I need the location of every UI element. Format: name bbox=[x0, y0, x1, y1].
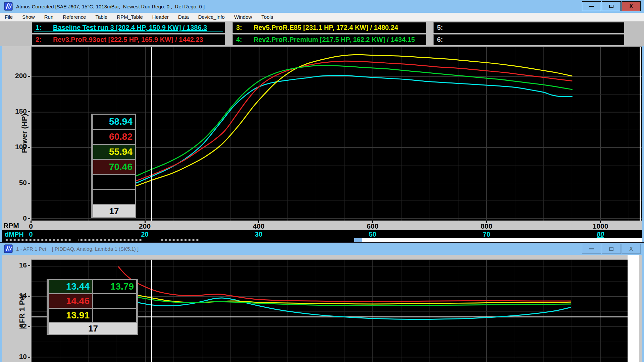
close-button[interactable]: X bbox=[622, 1, 641, 11]
y-tick-50: 50 bbox=[19, 179, 27, 187]
dmph-tick-50: 50 bbox=[369, 231, 376, 238]
legend-run-number: 6: bbox=[437, 36, 454, 44]
rpm-tick-600: 600 bbox=[367, 222, 378, 230]
legend-run-1[interactable]: 1:Baseline Test run 3 [202.4 HP, 150.9 K… bbox=[32, 22, 225, 33]
afr-window-right-edge bbox=[639, 255, 642, 362]
y-tick-16: 16 bbox=[19, 261, 27, 269]
power-chart-right-scrollbar[interactable] bbox=[640, 47, 641, 221]
cursor-index: 17 bbox=[49, 323, 137, 334]
legend-run-6[interactable]: 6: bbox=[433, 34, 624, 45]
afr-cursor-grid: 13.4413.7914.4613.91 bbox=[49, 280, 137, 323]
dmph-tick-70: 70 bbox=[483, 231, 490, 238]
y-tick-mark bbox=[28, 76, 30, 77]
legend-run-label: Rev5.ProR.E85 [231.1 HP, 172.4 KW] / 148… bbox=[254, 24, 398, 32]
run-legend: 1:Baseline Test run 3 [202.4 HP, 150.9 K… bbox=[0, 21, 644, 46]
rpm-axis: RPM 02004006008001000 bbox=[2, 221, 642, 230]
y-tick-150: 150 bbox=[15, 107, 27, 115]
window1-title: Atmos Corrected [SAE J607, 15°C, 1013mBa… bbox=[16, 4, 205, 9]
y-tick-mark bbox=[28, 326, 30, 327]
cursor-value-row: 13.44 bbox=[49, 280, 92, 293]
dmph-tick-20: 20 bbox=[141, 231, 148, 238]
menu-item-show[interactable]: Show bbox=[17, 13, 40, 21]
legend-run-label: Rev2.ProR.Premium [217.5 HP, 162.2 KW] /… bbox=[254, 36, 415, 44]
app-icon bbox=[4, 2, 13, 11]
menu-bar: FileShowRunReferenceTableRPM_TableHeader… bbox=[0, 13, 644, 21]
maximize-button[interactable] bbox=[602, 1, 621, 11]
legend-run-number: 4: bbox=[236, 36, 254, 44]
menu-item-device_info[interactable]: Device_Info bbox=[194, 13, 229, 21]
legend-run-label: Rev3.ProR.93oct [222.5 HP, 165.9 KW] / 1… bbox=[53, 36, 203, 44]
window2-title: 1 - AFR 1 Pet [ PIDDAQ, Analog, Lambda 1… bbox=[16, 246, 139, 252]
dmph-tick-0: 0 bbox=[29, 231, 33, 238]
close-icon: X bbox=[629, 4, 633, 9]
menu-item-window[interactable]: Window bbox=[229, 13, 257, 21]
minimize-icon bbox=[589, 6, 594, 7]
close-icon: X bbox=[629, 246, 633, 252]
cursor-value-row: 58.94 bbox=[93, 115, 135, 129]
afr-axis-gutter: AFR 1 Pet 16141210 bbox=[2, 259, 31, 362]
y-tick-mark bbox=[28, 218, 30, 219]
y-tick-10: 10 bbox=[19, 353, 27, 361]
afr-chart-right-scrollbar[interactable] bbox=[628, 255, 639, 362]
legend-run-2[interactable]: 2:Rev3.ProR.93oct [222.5 HP, 165.9 KW] /… bbox=[32, 34, 225, 45]
power-axis-gutter: Power (HP) 200150100500 bbox=[2, 46, 31, 221]
menu-item-tools[interactable]: Tools bbox=[257, 13, 278, 21]
rpm-axis-label: RPM bbox=[3, 222, 19, 230]
legend-run-number: 1: bbox=[36, 24, 53, 32]
cursor-index: 17 bbox=[93, 205, 135, 217]
minimized-titles-decoration bbox=[160, 239, 200, 241]
minimized-titles-decoration bbox=[5, 239, 72, 241]
cursor-value-row: 14.46 bbox=[49, 294, 92, 308]
afr-chart-plot[interactable]: 13.4413.7914.4613.9117 bbox=[31, 259, 628, 362]
scrollbar-track[interactable] bbox=[362, 238, 642, 242]
minimize-icon bbox=[589, 248, 594, 249]
dyno-power-window: Atmos Corrected [SAE J607, 15°C, 1013mBa… bbox=[0, 0, 644, 242]
afr-window-margin bbox=[2, 255, 642, 259]
cursor-value-row bbox=[93, 309, 136, 322]
legend-run-4[interactable]: 4:Rev2.ProR.Premium [217.5 HP, 162.2 KW]… bbox=[232, 34, 426, 45]
menu-item-rpm_table[interactable]: RPM_Table bbox=[112, 13, 148, 21]
maximize-icon bbox=[609, 247, 613, 251]
dmph-tick-30: 30 bbox=[255, 231, 262, 238]
dmph-tick-80: 80 bbox=[597, 231, 604, 238]
y-tick-mark bbox=[28, 183, 30, 184]
y-tick-12: 12 bbox=[19, 322, 27, 330]
legend-run-3[interactable]: 3:Rev5.ProR.E85 [231.1 HP, 172.4 KW] / 1… bbox=[232, 22, 426, 33]
y-tick-mark bbox=[28, 265, 30, 266]
cursor-value-row: 13.79 bbox=[93, 280, 136, 293]
menu-item-file[interactable]: File bbox=[0, 13, 17, 21]
scrollbar-handle[interactable] bbox=[354, 238, 362, 242]
legend-run-number: 2: bbox=[36, 36, 53, 44]
minimize-button[interactable] bbox=[582, 244, 601, 254]
y-tick-mark bbox=[28, 111, 30, 112]
menu-item-table[interactable]: Table bbox=[91, 13, 112, 21]
menu-item-header[interactable]: Header bbox=[148, 13, 173, 21]
menu-item-reference[interactable]: Reference bbox=[58, 13, 91, 21]
power-chart-plot[interactable]: 58.9460.8255.9470.4617 bbox=[31, 46, 642, 221]
dmph-axis-label: dMPH bbox=[5, 231, 24, 238]
dmph-axis: dMPH 02030507080 bbox=[2, 230, 642, 238]
cursor-value-row: 70.46 bbox=[93, 160, 135, 174]
window2-titlebar[interactable]: 1 - AFR 1 Pet [ PIDDAQ, Analog, Lambda 1… bbox=[0, 243, 644, 255]
afr-cursor-readout: 13.4413.7914.4613.9117 bbox=[47, 279, 138, 335]
legend-run-5[interactable]: 5: bbox=[433, 22, 624, 33]
rpm-tick-0: 0 bbox=[29, 222, 33, 230]
rpm-tick-200: 200 bbox=[139, 222, 151, 230]
minimized-titles-decoration bbox=[78, 239, 142, 241]
y-tick-14: 14 bbox=[19, 292, 27, 300]
menu-item-run[interactable]: Run bbox=[40, 13, 58, 21]
bottom-scroll-strip[interactable] bbox=[2, 238, 642, 242]
window2-controls: X bbox=[582, 244, 641, 254]
maximize-button[interactable] bbox=[602, 244, 621, 254]
y-tick-mark bbox=[28, 357, 30, 358]
close-button[interactable]: X bbox=[622, 244, 641, 254]
legend-run-number: 5: bbox=[437, 24, 454, 32]
cursor-value-row: 13.91 bbox=[49, 309, 92, 322]
legend-run-label: Baseline Test run 3 [202.4 HP, 150.9 KW]… bbox=[53, 24, 207, 32]
rpm-tick-400: 400 bbox=[253, 222, 265, 230]
minimize-button[interactable] bbox=[582, 1, 601, 11]
menu-item-data[interactable]: Data bbox=[173, 13, 194, 21]
rpm-tick-800: 800 bbox=[481, 222, 492, 230]
window1-titlebar[interactable]: Atmos Corrected [SAE J607, 15°C, 1013mBa… bbox=[0, 0, 644, 13]
maximize-icon bbox=[609, 5, 613, 8]
